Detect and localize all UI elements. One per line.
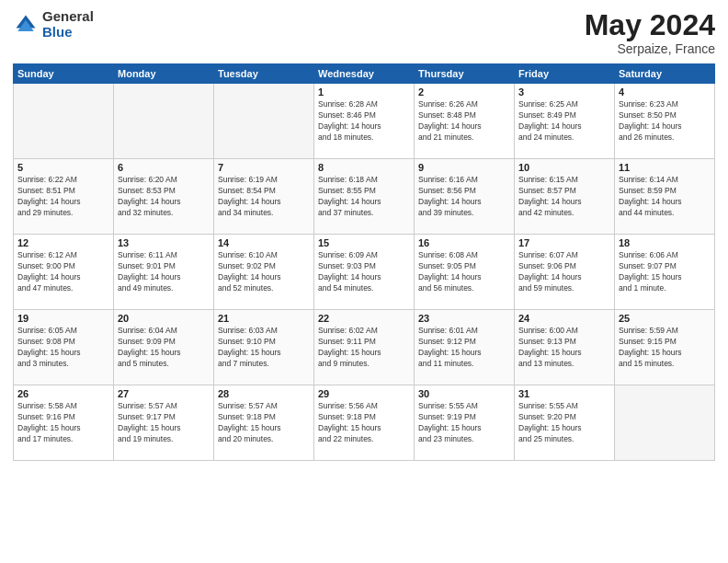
day-content: Sunrise: 6:18 AM Sunset: 8:55 PM Dayligh… xyxy=(318,175,410,219)
calendar-cell: 29Sunrise: 5:56 AM Sunset: 9:18 PM Dayli… xyxy=(314,385,415,461)
calendar-cell: 8Sunrise: 6:18 AM Sunset: 8:55 PM Daylig… xyxy=(314,159,415,235)
calendar-cell: 7Sunrise: 6:19 AM Sunset: 8:54 PM Daylig… xyxy=(214,159,314,235)
calendar-cell: 11Sunrise: 6:14 AM Sunset: 8:59 PM Dayli… xyxy=(615,159,715,235)
calendar-cell: 14Sunrise: 6:10 AM Sunset: 9:02 PM Dayli… xyxy=(214,235,314,310)
day-number: 8 xyxy=(318,162,410,173)
calendar-cell: 23Sunrise: 6:01 AM Sunset: 9:12 PM Dayli… xyxy=(415,310,515,385)
day-number: 27 xyxy=(118,388,210,399)
day-number: 6 xyxy=(118,162,210,173)
day-content: Sunrise: 6:07 AM Sunset: 9:06 PM Dayligh… xyxy=(518,250,610,294)
day-number: 15 xyxy=(318,237,410,248)
day-number: 13 xyxy=(118,237,210,248)
day-header: Sunday xyxy=(14,64,114,84)
day-content: Sunrise: 6:01 AM Sunset: 9:12 PM Dayligh… xyxy=(418,326,510,370)
day-number: 30 xyxy=(418,388,510,399)
calendar-cell xyxy=(615,385,715,461)
day-header: Monday xyxy=(114,64,214,84)
logo-blue-text: Blue xyxy=(42,25,94,40)
day-content: Sunrise: 5:58 AM Sunset: 9:16 PM Dayligh… xyxy=(17,401,109,445)
calendar-week-row: 26Sunrise: 5:58 AM Sunset: 9:16 PM Dayli… xyxy=(14,385,715,461)
calendar-header-row: SundayMondayTuesdayWednesdayThursdayFrid… xyxy=(14,64,715,84)
calendar-cell: 10Sunrise: 6:15 AM Sunset: 8:57 PM Dayli… xyxy=(515,159,615,235)
calendar-cell: 15Sunrise: 6:09 AM Sunset: 9:03 PM Dayli… xyxy=(314,235,415,310)
day-content: Sunrise: 6:12 AM Sunset: 9:00 PM Dayligh… xyxy=(17,250,109,294)
day-number: 17 xyxy=(518,237,610,248)
day-number: 4 xyxy=(619,86,711,98)
day-content: Sunrise: 6:25 AM Sunset: 8:49 PM Dayligh… xyxy=(518,99,610,144)
calendar-cell: 22Sunrise: 6:02 AM Sunset: 9:11 PM Dayli… xyxy=(314,310,415,385)
calendar-cell: 19Sunrise: 6:05 AM Sunset: 9:08 PM Dayli… xyxy=(14,310,114,385)
day-number: 25 xyxy=(619,313,711,324)
day-number: 5 xyxy=(17,162,109,173)
day-number: 3 xyxy=(518,86,610,98)
day-content: Sunrise: 6:09 AM Sunset: 9:03 PM Dayligh… xyxy=(318,250,410,294)
day-number: 2 xyxy=(418,86,510,98)
calendar-cell xyxy=(114,84,214,159)
day-number: 24 xyxy=(518,313,610,324)
calendar-cell xyxy=(214,84,314,159)
day-content: Sunrise: 5:57 AM Sunset: 9:17 PM Dayligh… xyxy=(118,401,210,445)
day-content: Sunrise: 6:05 AM Sunset: 9:08 PM Dayligh… xyxy=(17,326,109,370)
day-content: Sunrise: 6:19 AM Sunset: 8:54 PM Dayligh… xyxy=(218,175,310,219)
day-number: 29 xyxy=(318,388,410,399)
calendar-page: General Blue May 2024 Serpaize, France S… xyxy=(0,0,728,563)
day-header: Friday xyxy=(515,64,615,84)
calendar-cell xyxy=(14,84,114,159)
calendar-cell: 26Sunrise: 5:58 AM Sunset: 9:16 PM Dayli… xyxy=(14,385,114,461)
calendar-cell: 2Sunrise: 6:26 AM Sunset: 8:48 PM Daylig… xyxy=(415,84,515,159)
day-content: Sunrise: 6:15 AM Sunset: 8:57 PM Dayligh… xyxy=(518,175,610,219)
day-number: 11 xyxy=(619,162,711,173)
day-number: 19 xyxy=(17,313,109,324)
day-content: Sunrise: 6:23 AM Sunset: 8:50 PM Dayligh… xyxy=(619,99,711,144)
day-number: 14 xyxy=(218,237,310,248)
day-number: 7 xyxy=(218,162,310,173)
calendar-week-row: 12Sunrise: 6:12 AM Sunset: 9:00 PM Dayli… xyxy=(14,235,715,310)
calendar-cell: 6Sunrise: 6:20 AM Sunset: 8:53 PM Daylig… xyxy=(114,159,214,235)
day-content: Sunrise: 6:10 AM Sunset: 9:02 PM Dayligh… xyxy=(218,250,310,294)
calendar-cell: 31Sunrise: 5:55 AM Sunset: 9:20 PM Dayli… xyxy=(515,385,615,461)
day-content: Sunrise: 6:16 AM Sunset: 8:56 PM Dayligh… xyxy=(418,175,510,219)
day-number: 18 xyxy=(619,237,711,248)
day-number: 31 xyxy=(518,388,610,399)
day-number: 16 xyxy=(418,237,510,248)
day-content: Sunrise: 5:59 AM Sunset: 9:15 PM Dayligh… xyxy=(619,326,711,370)
day-number: 21 xyxy=(218,313,310,324)
day-number: 23 xyxy=(418,313,510,324)
day-header: Saturday xyxy=(615,64,715,84)
calendar-cell: 12Sunrise: 6:12 AM Sunset: 9:00 PM Dayli… xyxy=(14,235,114,310)
calendar-cell: 5Sunrise: 6:22 AM Sunset: 8:51 PM Daylig… xyxy=(14,159,114,235)
day-content: Sunrise: 6:04 AM Sunset: 9:09 PM Dayligh… xyxy=(118,326,210,370)
day-content: Sunrise: 6:22 AM Sunset: 8:51 PM Dayligh… xyxy=(17,175,109,219)
calendar-table: SundayMondayTuesdayWednesdayThursdayFrid… xyxy=(13,63,715,461)
day-content: Sunrise: 5:57 AM Sunset: 9:18 PM Dayligh… xyxy=(218,401,310,445)
day-number: 9 xyxy=(418,162,510,173)
day-content: Sunrise: 6:26 AM Sunset: 8:48 PM Dayligh… xyxy=(418,99,510,144)
day-content: Sunrise: 6:20 AM Sunset: 8:53 PM Dayligh… xyxy=(118,175,210,219)
day-content: Sunrise: 5:55 AM Sunset: 9:19 PM Dayligh… xyxy=(418,401,510,445)
day-number: 22 xyxy=(318,313,410,324)
day-number: 26 xyxy=(17,388,109,399)
day-number: 12 xyxy=(17,237,109,248)
calendar-cell: 30Sunrise: 5:55 AM Sunset: 9:19 PM Dayli… xyxy=(415,385,515,461)
day-content: Sunrise: 6:02 AM Sunset: 9:11 PM Dayligh… xyxy=(318,326,410,370)
logo-text: General Blue xyxy=(42,9,94,40)
calendar-week-row: 1Sunrise: 6:28 AM Sunset: 8:46 PM Daylig… xyxy=(14,84,715,159)
calendar-cell: 28Sunrise: 5:57 AM Sunset: 9:18 PM Dayli… xyxy=(214,385,314,461)
month-title: May 2024 xyxy=(585,9,715,41)
day-number: 10 xyxy=(518,162,610,173)
day-number: 20 xyxy=(118,313,210,324)
calendar-cell: 18Sunrise: 6:06 AM Sunset: 9:07 PM Dayli… xyxy=(615,235,715,310)
calendar-cell: 24Sunrise: 6:00 AM Sunset: 9:13 PM Dayli… xyxy=(515,310,615,385)
day-number: 1 xyxy=(318,86,410,98)
day-header: Wednesday xyxy=(314,64,415,84)
day-number: 28 xyxy=(218,388,310,399)
day-header: Thursday xyxy=(415,64,515,84)
logo-icon xyxy=(13,12,39,38)
day-content: Sunrise: 5:55 AM Sunset: 9:20 PM Dayligh… xyxy=(518,401,610,445)
calendar-cell: 4Sunrise: 6:23 AM Sunset: 8:50 PM Daylig… xyxy=(615,84,715,159)
calendar-cell: 20Sunrise: 6:04 AM Sunset: 9:09 PM Dayli… xyxy=(114,310,214,385)
location: Serpaize, France xyxy=(585,41,715,56)
day-content: Sunrise: 6:06 AM Sunset: 9:07 PM Dayligh… xyxy=(619,250,711,294)
calendar-cell: 9Sunrise: 6:16 AM Sunset: 8:56 PM Daylig… xyxy=(415,159,515,235)
header: General Blue May 2024 Serpaize, France xyxy=(13,9,715,56)
